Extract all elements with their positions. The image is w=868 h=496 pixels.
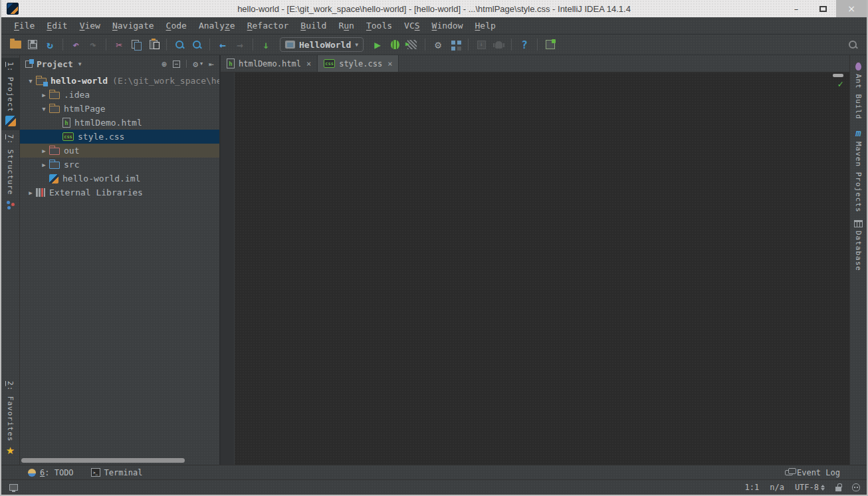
chevron-down-icon[interactable]: ▼: [78, 61, 82, 67]
toolbar-help-button[interactable]: ?: [516, 37, 533, 53]
collapse-all-button[interactable]: [173, 61, 180, 68]
chevron-collapsed-icon[interactable]: ▶: [39, 162, 49, 168]
search-everywhere-button[interactable]: [844, 37, 861, 53]
toolbar-redo-button[interactable]: ↷: [84, 37, 102, 53]
close-button[interactable]: ×: [836, 0, 867, 17]
settings-gear-button[interactable]: ⚙: [193, 59, 198, 69]
html-file-icon: h: [62, 118, 70, 128]
toolbar-vcs-update-button[interactable]: ↓: [257, 37, 274, 53]
menu-tools[interactable]: Tools: [360, 19, 398, 33]
ant-icon: [855, 63, 861, 70]
divider: [186, 60, 187, 68]
tree-item-hello-world[interactable]: ▼hello-world(E:\git_work_space\hell: [20, 74, 219, 88]
menu-code[interactable]: Code: [160, 19, 193, 33]
toolbar-open-project-button[interactable]: [7, 37, 24, 53]
toolbar-run-with-coverage-button[interactable]: [403, 37, 421, 53]
stripe-7-structure[interactable]: 7: Structure: [6, 130, 15, 213]
toolbar-separator: [537, 39, 538, 51]
tree-item-label: style.css: [78, 132, 124, 142]
stripe-database[interactable]: Database: [854, 216, 863, 275]
tree-item-htmlpage[interactable]: ▼htmlPage: [20, 102, 219, 116]
toolbar-android-device-monitor-button[interactable]: [490, 37, 507, 53]
tree-item-hello-world-iml[interactable]: hello-world.iml: [20, 172, 219, 186]
line-separator[interactable]: n/a: [770, 483, 784, 492]
menu-window[interactable]: Window: [426, 19, 469, 33]
tree-item-htmldemo-html[interactable]: hhtmlDemo.html: [20, 116, 219, 130]
toolbar-cut-button[interactable]: ✂: [110, 37, 128, 53]
toolbar-settings-button[interactable]: ⚙: [429, 37, 447, 53]
menu-navigate[interactable]: Navigate: [106, 19, 160, 33]
horizontal-scrollbar[interactable]: [21, 458, 185, 463]
toolbar-synchronize-button[interactable]: ↻: [41, 37, 58, 53]
menu-analyze[interactable]: Analyze: [193, 19, 241, 33]
install-plugin-from-disk-icon: [546, 40, 555, 49]
tab-htmldemo-html[interactable]: hhtmlDemo.html×: [221, 55, 318, 72]
toolbar-undo-button[interactable]: ↶: [67, 37, 84, 53]
menu-run[interactable]: Run: [332, 19, 360, 33]
menu-edit[interactable]: Edit: [41, 19, 73, 33]
chevron-collapsed-icon[interactable]: ▶: [25, 189, 36, 196]
toolbar-back-button[interactable]: ←: [214, 37, 231, 53]
cut-icon: ✂: [116, 39, 122, 51]
stripe-2-favorites[interactable]: 2: Favorites★: [6, 377, 15, 461]
tree-item-style-css[interactable]: cssstyle.css: [20, 130, 219, 144]
file-encoding[interactable]: UTF-8: [795, 483, 825, 492]
tree-item-src[interactable]: ▶src: [20, 158, 219, 172]
toolbar-copy-button[interactable]: [128, 37, 145, 53]
bottom-stripe-label: 6: TODO: [40, 468, 74, 477]
toolbar-run-button[interactable]: ▶: [369, 37, 386, 53]
project-panel-header: Project ▼ ⊕ ⚙ ▼ ⇤: [20, 55, 219, 72]
star-icon: ★: [6, 445, 15, 457]
terminal-icon: >_: [91, 468, 100, 477]
locate-file-button[interactable]: ⊕: [162, 59, 167, 69]
menu-build[interactable]: Build: [294, 19, 332, 33]
main-toolbar: ↻↶↷✂←→↓HelloWorld▼▶⚙?: [1, 35, 867, 55]
tab-style-css[interactable]: cssstyle.css×: [318, 55, 399, 72]
hector-inspector-icon[interactable]: [852, 483, 860, 491]
tree-item-idea[interactable]: ▶.idea: [20, 88, 219, 102]
caret-position[interactable]: 1:1: [745, 483, 760, 492]
toolbar-android-sdk-manager-button[interactable]: [473, 37, 490, 53]
close-tab-icon[interactable]: ×: [306, 59, 311, 68]
toolbar-paste-button[interactable]: [145, 37, 162, 53]
editor-tabs: hhtmlDemo.html×cssstyle.css×: [221, 55, 849, 72]
toolbar-debug-button[interactable]: [386, 37, 403, 53]
tree-item-out[interactable]: ▶out: [20, 144, 219, 158]
toolbar-install-plugin-from-disk-button[interactable]: [542, 37, 559, 53]
hide-panel-button[interactable]: ⇤: [209, 59, 214, 69]
run-configuration-select[interactable]: HelloWorld▼: [280, 37, 364, 52]
toolbar-save-all-button[interactable]: [24, 37, 41, 53]
project-root-folder-icon: [36, 78, 47, 85]
chevron-expanded-icon[interactable]: ▼: [25, 78, 36, 84]
minimize-button[interactable]: –: [783, 0, 810, 17]
bottom-stripe-6-todo[interactable]: 6: TODO: [28, 468, 74, 477]
menu-refactor[interactable]: Refactor: [241, 19, 295, 33]
bottom-stripe-event-log[interactable]: Event Log: [785, 468, 840, 477]
menu-vcs[interactable]: VCS: [398, 19, 425, 33]
tree-item-external-libraries[interactable]: ▶External Libraries: [20, 186, 219, 199]
inspection-ok-icon[interactable]: ✓: [838, 78, 843, 89]
menu-view[interactable]: View: [74, 19, 106, 33]
maven-icon: m: [855, 128, 861, 138]
chevron-expanded-icon[interactable]: ▼: [39, 106, 49, 112]
chevron-collapsed-icon[interactable]: ▶: [39, 92, 49, 98]
toggle-toolwindows-icon[interactable]: [9, 484, 18, 491]
toolbar-find-button[interactable]: [171, 37, 188, 53]
menu-help[interactable]: Help: [469, 19, 502, 33]
project-panel-title[interactable]: Project: [37, 59, 73, 69]
stripe-maven-projects[interactable]: mMaven Projects: [854, 124, 863, 217]
close-tab-icon[interactable]: ×: [387, 59, 392, 68]
editor-area[interactable]: ✓: [221, 72, 849, 465]
stripe-ant-build[interactable]: Ant Build: [854, 59, 863, 124]
toolbar-project-structure-button[interactable]: [447, 37, 464, 53]
bottom-stripe-terminal[interactable]: >_Terminal: [91, 468, 143, 477]
toolbar-forward-button[interactable]: →: [231, 37, 249, 53]
readonly-lock-icon[interactable]: [835, 487, 841, 491]
maximize-button[interactable]: [810, 0, 836, 17]
toolbar-find-replace-button[interactable]: [188, 37, 205, 53]
menu-file[interactable]: File: [8, 19, 41, 33]
stripe-1-project[interactable]: 1: Project: [1, 58, 19, 130]
chevron-collapsed-icon[interactable]: ▶: [39, 148, 49, 154]
editor-scrollbar[interactable]: [833, 74, 843, 77]
chevron-down-icon: ▼: [200, 61, 203, 66]
